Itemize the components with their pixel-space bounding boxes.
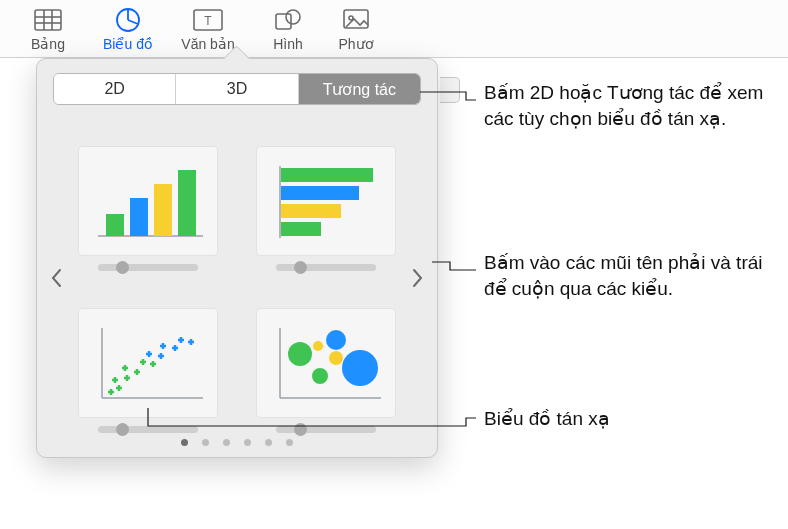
bar-chart-icon (256, 146, 396, 256)
tab-interactive[interactable]: Tương tác (299, 74, 420, 104)
svg-point-29 (329, 351, 343, 365)
svg-rect-19 (281, 186, 359, 200)
callout-tabs: Bấm 2D hoặc Tương tác để xem các tùy chọ… (484, 80, 784, 131)
style-slider[interactable] (276, 426, 376, 433)
tab-3d[interactable]: 3D (176, 74, 298, 104)
media-icon (343, 6, 369, 34)
svg-point-27 (312, 368, 328, 384)
svg-rect-0 (35, 10, 61, 30)
toolbar-shape-label: Hình (273, 36, 303, 52)
callout-scatter: Biểu đồ tán xạ (484, 406, 784, 432)
column-chart-icon (78, 146, 218, 256)
page-dot[interactable] (223, 439, 230, 446)
tab-2d[interactable]: 2D (54, 74, 176, 104)
svg-text:T: T (204, 14, 212, 28)
toolbar-table[interactable]: Bảng (8, 4, 88, 52)
toolbar-text-label: Văn bản (181, 36, 234, 52)
bubble-chart-icon (256, 308, 396, 418)
style-slider[interactable] (276, 264, 376, 271)
page-dot[interactable] (202, 439, 209, 446)
svg-point-31 (342, 350, 378, 386)
toolbar: Bảng Biểu đồ T Văn bản Hình (0, 0, 788, 58)
toolbar-table-label: Bảng (31, 36, 65, 52)
svg-rect-20 (281, 204, 341, 218)
toolbar-shape[interactable]: Hình (248, 4, 328, 52)
chart-type-bar[interactable] (249, 123, 403, 271)
pie-chart-icon (115, 6, 141, 34)
page-dot[interactable] (265, 439, 272, 446)
svg-point-11 (349, 16, 353, 20)
svg-rect-8 (276, 14, 291, 29)
toolbar-media[interactable]: Phươ (328, 4, 384, 52)
svg-point-30 (326, 330, 346, 350)
chart-thumbnails-grid (53, 123, 421, 433)
next-arrow[interactable] (407, 258, 429, 298)
chart-type-column[interactable] (71, 123, 225, 271)
chart-thumbnails-area (53, 123, 421, 433)
prev-arrow[interactable] (45, 258, 67, 298)
callout-arrows: Bấm vào các mũi tên phải và trái để cuộn… (484, 250, 784, 301)
scatter-chart-icon (78, 308, 218, 418)
table-icon (34, 6, 62, 34)
toolbar-media-label: Phươ (338, 36, 373, 52)
page-dot[interactable] (244, 439, 251, 446)
svg-rect-15 (154, 184, 172, 236)
chart-type-popover: 2D 3D Tương tác (36, 58, 438, 458)
background-control-fragment (440, 77, 460, 103)
toolbar-chart-label: Biểu đồ (103, 36, 153, 52)
shape-icon (274, 6, 302, 34)
svg-rect-21 (281, 222, 321, 236)
style-slider[interactable] (98, 264, 198, 271)
svg-rect-13 (106, 214, 124, 236)
chart-type-bubble[interactable] (249, 285, 403, 433)
style-slider[interactable] (98, 426, 198, 433)
svg-rect-16 (178, 170, 196, 236)
page-dot[interactable] (286, 439, 293, 446)
svg-point-9 (286, 10, 300, 24)
toolbar-text[interactable]: T Văn bản (168, 4, 248, 52)
svg-point-26 (288, 342, 312, 366)
chart-dimension-tabs: 2D 3D Tương tác (53, 73, 421, 105)
chart-type-scatter[interactable] (71, 285, 225, 433)
svg-point-28 (313, 341, 323, 351)
svg-rect-18 (281, 168, 373, 182)
page-dots (53, 439, 421, 446)
page-dot[interactable] (181, 439, 188, 446)
svg-rect-14 (130, 198, 148, 236)
text-box-icon: T (193, 6, 223, 34)
toolbar-chart[interactable]: Biểu đồ (88, 4, 168, 52)
